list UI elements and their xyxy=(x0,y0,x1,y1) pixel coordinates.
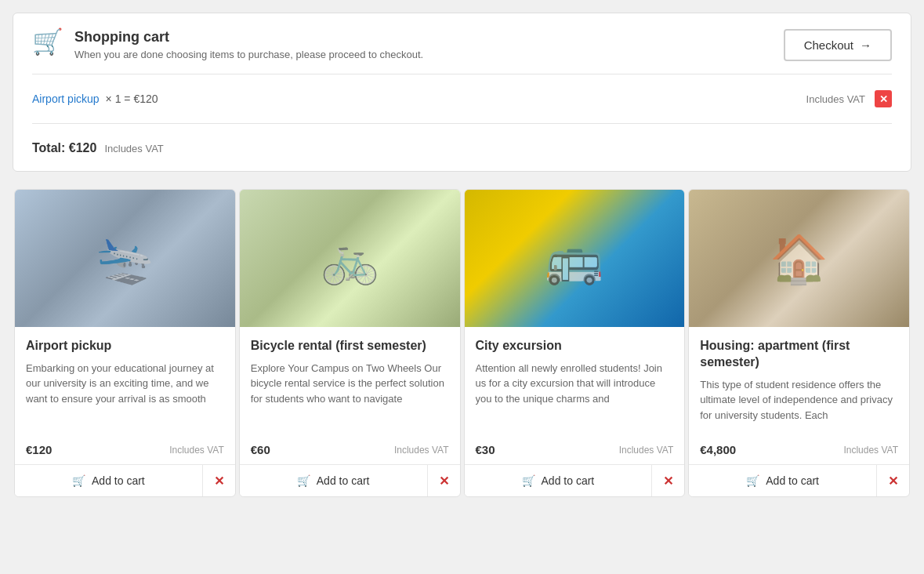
product-price-row-bicycle-rental: €60 Includes VAT xyxy=(240,435,460,464)
cart-title-block: Shopping cart When you are done choosing… xyxy=(74,29,423,60)
product-footer-city-excursion: 🛒 Add to cart ✕ xyxy=(465,464,685,496)
product-vat-city-excursion: Includes VAT xyxy=(619,445,674,456)
product-price-bicycle-rental: €60 xyxy=(251,443,270,456)
cart-icon-city-excursion: 🛒 xyxy=(522,474,535,487)
remove-cart-item-button[interactable]: ✕ xyxy=(875,90,892,107)
product-card-bicycle-rental: Bicycle rental (first semester) Explore … xyxy=(239,189,461,497)
product-name-housing-apartment: Housing: apartment (first semester) xyxy=(700,338,898,371)
product-price-airport-pickup: €120 xyxy=(26,443,52,456)
product-image-housing-apartment xyxy=(689,190,909,327)
cart-icon-housing-apartment: 🛒 xyxy=(746,474,759,487)
product-name-city-excursion: City excursion xyxy=(476,338,674,354)
cart-item-quantity: × 1 = €120 xyxy=(106,93,158,105)
add-to-cart-button-housing-apartment[interactable]: 🛒 Add to cart xyxy=(689,465,877,496)
product-body-city-excursion: City excursion Attention all newly enrol… xyxy=(465,327,685,429)
x-icon-city-excursion: ✕ xyxy=(663,474,673,489)
add-to-cart-button-bicycle-rental[interactable]: 🛒 Add to cart xyxy=(240,465,428,496)
remove-product-button-housing-apartment[interactable]: ✕ xyxy=(877,466,909,496)
shopping-cart: 🛒 Shopping cart When you are done choosi… xyxy=(13,13,911,172)
add-to-cart-label-airport-pickup: Add to cart xyxy=(92,474,145,487)
x-icon-bicycle-rental: ✕ xyxy=(439,474,449,489)
add-to-cart-label-bicycle-rental: Add to cart xyxy=(317,474,370,487)
shopping-cart-icon: 🛒 xyxy=(32,29,63,54)
cart-icon-airport-pickup: 🛒 xyxy=(72,474,85,487)
product-price-row-city-excursion: €30 Includes VAT xyxy=(465,435,685,464)
product-image-airport-pickup xyxy=(15,190,235,327)
product-vat-bicycle-rental: Includes VAT xyxy=(394,445,449,456)
product-card-city-excursion: City excursion Attention all newly enrol… xyxy=(464,189,686,497)
add-to-cart-button-city-excursion[interactable]: 🛒 Add to cart xyxy=(465,465,653,496)
cart-header: 🛒 Shopping cart When you are done choosi… xyxy=(32,29,892,61)
remove-product-button-city-excursion[interactable]: ✕ xyxy=(652,466,684,496)
cart-item-vat: Includes VAT xyxy=(806,93,865,105)
cart-item-right: Includes VAT ✕ xyxy=(806,90,892,107)
product-vat-airport-pickup: Includes VAT xyxy=(169,445,224,456)
checkout-label: Checkout xyxy=(804,38,853,52)
product-desc-airport-pickup: Embarking on your educational journey at… xyxy=(26,361,224,423)
add-to-cart-label-housing-apartment: Add to cart xyxy=(766,474,819,487)
product-name-airport-pickup: Airport pickup xyxy=(26,338,224,354)
product-image-city-excursion xyxy=(465,190,685,327)
product-price-housing-apartment: €4,800 xyxy=(700,443,736,456)
product-body-bicycle-rental: Bicycle rental (first semester) Explore … xyxy=(240,327,460,429)
x-icon-airport-pickup: ✕ xyxy=(214,474,224,489)
products-grid: Airport pickup Embarking on your educati… xyxy=(13,187,911,499)
cart-header-left: 🛒 Shopping cart When you are done choosi… xyxy=(32,29,423,60)
x-icon-housing-apartment: ✕ xyxy=(888,474,898,489)
product-footer-bicycle-rental: 🛒 Add to cart ✕ xyxy=(240,464,460,496)
add-to-cart-button-airport-pickup[interactable]: 🛒 Add to cart xyxy=(15,465,203,496)
cart-total-row: Total: €120 Includes VAT xyxy=(32,133,892,155)
cart-subtitle: When you are done choosing items to purc… xyxy=(74,49,423,60)
cart-divider xyxy=(32,74,892,74)
product-card-housing-apartment: Housing: apartment (first semester) This… xyxy=(688,189,910,497)
product-price-city-excursion: €30 xyxy=(476,443,495,456)
cart-title: Shopping cart xyxy=(74,29,423,45)
add-to-cart-label-city-excursion: Add to cart xyxy=(542,474,595,487)
cart-item-row: Airport pickup × 1 = €120 Includes VAT ✕ xyxy=(32,84,892,114)
cart-divider-2 xyxy=(32,123,892,124)
cart-icon-bicycle-rental: 🛒 xyxy=(297,474,310,487)
cart-total-label: Total: €120 xyxy=(32,141,96,155)
product-desc-housing-apartment: This type of student residence offers th… xyxy=(700,377,898,423)
product-desc-bicycle-rental: Explore Your Campus on Two Wheels Our bi… xyxy=(251,361,449,423)
product-footer-housing-apartment: 🛒 Add to cart ✕ xyxy=(689,464,909,496)
cart-item-left: Airport pickup × 1 = €120 xyxy=(32,93,158,105)
product-desc-city-excursion: Attention all newly enrolled students! J… xyxy=(476,361,674,423)
product-vat-housing-apartment: Includes VAT xyxy=(843,445,898,456)
product-image-bicycle-rental xyxy=(240,190,460,327)
product-footer-airport-pickup: 🛒 Add to cart ✕ xyxy=(15,464,235,496)
product-card-airport-pickup: Airport pickup Embarking on your educati… xyxy=(14,189,236,497)
cart-total-vat: Includes VAT xyxy=(104,143,163,154)
product-body-housing-apartment: Housing: apartment (first semester) This… xyxy=(689,327,909,429)
checkout-arrow-icon: → xyxy=(860,38,871,52)
product-name-bicycle-rental: Bicycle rental (first semester) xyxy=(251,338,449,354)
remove-product-button-airport-pickup[interactable]: ✕ xyxy=(203,466,235,496)
cart-item-name[interactable]: Airport pickup xyxy=(32,93,100,105)
checkout-button[interactable]: Checkout → xyxy=(784,29,892,61)
product-price-row-housing-apartment: €4,800 Includes VAT xyxy=(689,435,909,464)
remove-product-button-bicycle-rental[interactable]: ✕ xyxy=(428,466,460,496)
product-body-airport-pickup: Airport pickup Embarking on your educati… xyxy=(15,327,235,429)
product-price-row-airport-pickup: €120 Includes VAT xyxy=(15,435,235,464)
